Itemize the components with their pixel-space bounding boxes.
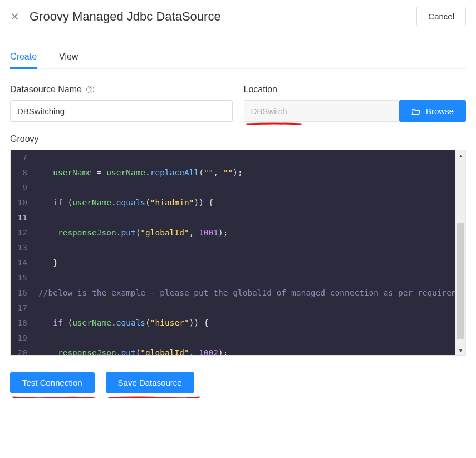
groovy-label: Groovy [10,134,466,144]
scroll-up-icon[interactable]: ▴ [455,150,465,160]
tab-bar: Create View [10,47,466,69]
save-datasource-button[interactable]: Save Datasource [106,372,194,393]
close-icon[interactable]: ✕ [10,10,19,23]
form-row: Datasource Name ? Location Browse [10,85,466,122]
editor-code[interactable]: userName = userName.replaceAll("", ""); … [34,150,465,355]
location-input[interactable] [244,100,399,122]
tab-create[interactable]: Create [10,47,37,68]
editor-scrollbar[interactable]: ▴ ▾ [455,150,465,355]
annotation-underline [12,396,96,398]
test-connection-button[interactable]: Test Connection [10,372,95,393]
datasource-name-label: Datasource Name [10,85,82,95]
header-left: ✕ Groovy Managed Jdbc DataSource [10,9,221,24]
tab-view[interactable]: View [59,47,78,68]
scroll-down-icon[interactable]: ▾ [455,345,465,355]
scroll-thumb[interactable] [457,223,464,339]
datasource-name-label-row: Datasource Name ? [10,85,233,95]
location-label-row: Location [244,85,467,95]
code-editor[interactable]: 7 8 9 10 11 12 13 14 15 16 17 18 19 20 u… [10,150,466,356]
dialog-content: Create View Datasource Name ? Location [0,33,476,404]
datasource-name-col: Datasource Name ? [10,85,233,122]
location-label: Location [244,85,278,95]
location-input-group: Browse [244,100,467,122]
annotation-underline [246,122,302,125]
folder-open-icon [411,107,420,115]
help-icon[interactable]: ? [86,86,94,93]
editor-gutter: 7 8 9 10 11 12 13 14 15 16 17 18 19 20 [11,150,34,355]
cancel-button[interactable]: Cancel [416,7,466,26]
location-col: Location Browse [244,85,467,122]
action-buttons: Test Connection Save Datasource [10,372,466,393]
browse-button[interactable]: Browse [399,100,466,122]
dialog-title: Groovy Managed Jdbc DataSource [30,9,221,24]
browse-label: Browse [426,106,454,116]
annotation-underline [108,396,200,398]
datasource-name-input[interactable] [10,100,233,122]
dialog-header: ✕ Groovy Managed Jdbc DataSource Cancel [0,0,476,33]
